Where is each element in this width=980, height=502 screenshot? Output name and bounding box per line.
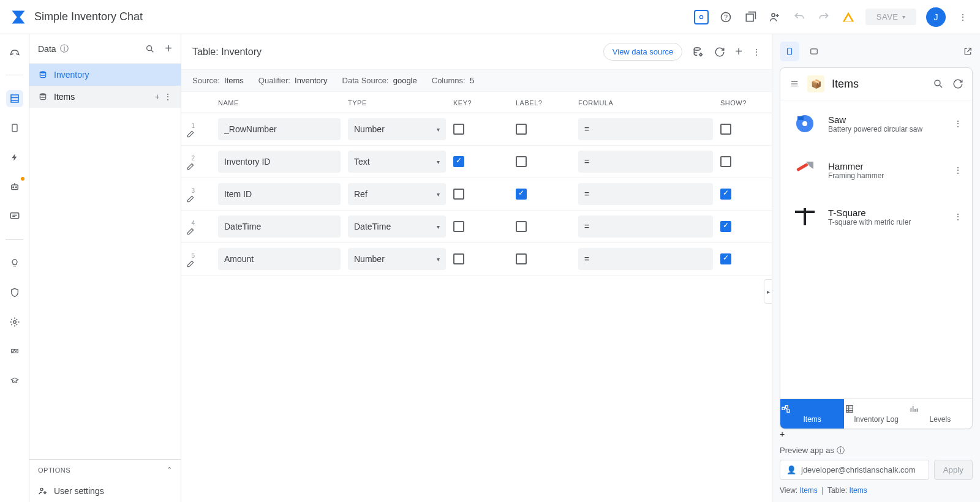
column-type-select[interactable] — [348, 248, 446, 270]
add-icon[interactable]: + — [155, 92, 160, 102]
label-checkbox[interactable] — [516, 253, 527, 264]
preview-title: Items — [832, 78, 859, 91]
more-icon[interactable]: ⋮ — [954, 165, 962, 175]
column-name-input[interactable] — [218, 118, 341, 140]
options-header[interactable]: OPTIONS ⌃ — [29, 460, 181, 480]
formula-input[interactable] — [578, 151, 713, 173]
more-icon[interactable]: ⋮ — [164, 92, 172, 102]
show-checkbox[interactable] — [720, 253, 731, 264]
column-name-input[interactable] — [218, 183, 341, 205]
nav-intelligence-icon[interactable] — [6, 255, 23, 272]
table-item-items[interactable]: Items +⋮ — [29, 86, 181, 108]
more-icon[interactable]: ⋮ — [752, 47, 761, 57]
option-user-settings[interactable]: User settings — [29, 480, 181, 502]
key-checkbox[interactable] — [453, 124, 464, 135]
view-data-source-button[interactable]: View data source — [603, 43, 683, 61]
info-icon[interactable]: ⓘ — [60, 43, 69, 54]
preview-list-item[interactable]: T-SquareT-square with metric ruler⋮ — [780, 193, 972, 240]
nav-automation-icon[interactable] — [6, 178, 23, 195]
help-icon[interactable]: ? — [718, 10, 733, 24]
column-name-input[interactable] — [218, 248, 341, 270]
search-icon[interactable] — [145, 44, 155, 54]
column-type-select[interactable] — [348, 151, 446, 173]
formula-input[interactable] — [578, 118, 713, 140]
column-type-select[interactable] — [348, 183, 446, 205]
more-icon[interactable]: ⋮ — [954, 119, 962, 129]
preview-view-link[interactable]: Items — [799, 486, 817, 495]
preview-nav-item[interactable]: Items — [780, 399, 844, 429]
more-icon[interactable]: ⋮ — [954, 212, 962, 222]
nav-settings-icon[interactable] — [6, 313, 23, 331]
nav-actions-icon[interactable] — [6, 149, 23, 166]
label-checkbox[interactable] — [516, 124, 527, 135]
edit-icon[interactable] — [186, 260, 211, 268]
preview-list-item[interactable]: HammerFraming hammer⋮ — [780, 147, 972, 193]
key-checkbox[interactable] — [453, 221, 464, 232]
preview-mobile-tab[interactable] — [780, 42, 799, 61]
nav-home-icon[interactable] — [6, 43, 23, 60]
edit-icon[interactable] — [186, 195, 211, 203]
data-panel: Data ⓘ + Inventory Items +⋮ OPTIONS ⌃ — [29, 34, 181, 502]
preview-user-select[interactable]: 👤 jdeveloper@christianschalk.com — [780, 460, 929, 480]
nav-manage-icon[interactable] — [6, 343, 23, 360]
preview-tablet-tab[interactable] — [804, 42, 824, 61]
preview-table-link[interactable]: Items — [849, 486, 867, 495]
nav-learn-icon[interactable] — [6, 372, 23, 389]
redo-icon[interactable] — [816, 10, 831, 24]
sync-icon[interactable] — [952, 78, 963, 89]
show-checkbox[interactable] — [720, 189, 731, 200]
nav-chat-icon[interactable] — [6, 208, 23, 225]
fab-add-button[interactable]: + — [780, 429, 973, 439]
apply-button[interactable]: Apply — [934, 460, 973, 480]
preview-nav-item[interactable]: Levels — [908, 399, 972, 429]
show-checkbox[interactable] — [720, 156, 731, 167]
table-item-inventory[interactable]: Inventory — [29, 64, 181, 86]
nav-security-icon[interactable] — [6, 284, 23, 301]
search-icon[interactable] — [933, 78, 944, 89]
column-row: 4 — [181, 211, 772, 243]
formula-input[interactable] — [578, 183, 713, 205]
edit-icon[interactable] — [186, 162, 211, 171]
table-settings-icon[interactable] — [692, 46, 704, 58]
column-type-select[interactable] — [348, 215, 446, 238]
open-external-icon[interactable] — [963, 47, 973, 56]
label-checkbox[interactable] — [516, 156, 527, 167]
label-checkbox[interactable] — [516, 221, 527, 232]
column-name-input[interactable] — [218, 151, 341, 173]
column-name-input[interactable] — [218, 215, 341, 238]
hamburger-icon[interactable] — [789, 80, 800, 88]
chevron-up-icon: ⌃ — [167, 466, 173, 474]
show-checkbox[interactable] — [720, 221, 731, 232]
svg-rect-21 — [811, 49, 818, 54]
undo-icon[interactable] — [792, 10, 807, 24]
show-checkbox[interactable] — [720, 124, 731, 135]
nav-views-icon[interactable] — [6, 119, 23, 137]
share-icon[interactable] — [767, 10, 782, 24]
key-checkbox[interactable] — [453, 253, 464, 264]
present-icon[interactable] — [694, 10, 709, 24]
save-button[interactable]: SAVE▾ — [865, 9, 916, 25]
table-editor: Table: Inventory View data source + ⋮ So… — [181, 34, 772, 502]
add-table-icon[interactable]: + — [165, 42, 172, 56]
edit-icon[interactable] — [186, 227, 211, 236]
add-column-icon[interactable]: + — [735, 45, 742, 59]
key-checkbox[interactable] — [453, 189, 464, 200]
nav-data-icon[interactable] — [6, 90, 23, 107]
formula-input[interactable] — [578, 248, 713, 270]
warning-icon[interactable] — [841, 10, 856, 24]
preview-nav-item[interactable]: Inventory Log — [844, 399, 908, 429]
preview-list-item[interactable]: SawBattery powered circular saw⋮ — [780, 100, 972, 147]
item-thumbnail — [790, 155, 820, 185]
edit-icon[interactable] — [186, 130, 211, 138]
key-checkbox[interactable] — [453, 156, 464, 167]
column-type-select[interactable] — [348, 118, 446, 140]
user-avatar[interactable]: J — [926, 7, 946, 27]
info-icon[interactable]: ⓘ — [837, 446, 845, 455]
collapse-preview-handle[interactable]: ▸ — [764, 279, 772, 304]
formula-input[interactable] — [578, 215, 713, 238]
label-checkbox[interactable] — [516, 189, 527, 200]
refresh-icon[interactable] — [714, 47, 725, 58]
user-settings-icon — [38, 486, 48, 496]
versions-icon[interactable] — [743, 10, 758, 24]
more-icon[interactable]: ⋮ — [956, 10, 970, 24]
